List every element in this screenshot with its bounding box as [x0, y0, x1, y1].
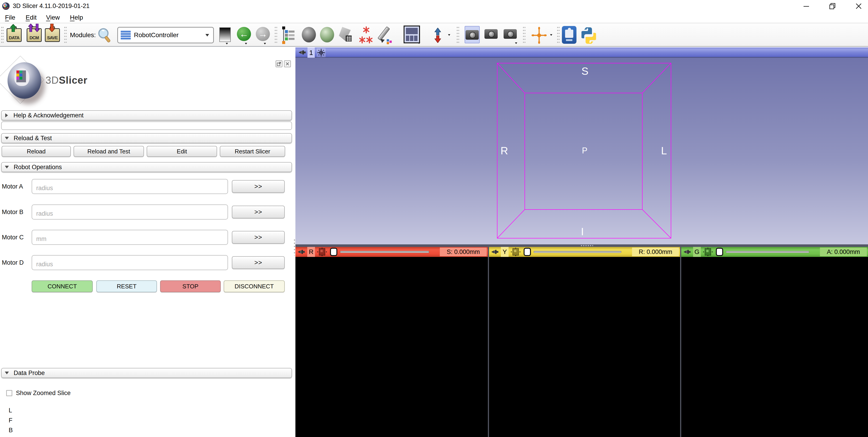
toolbar-grip[interactable] [557, 26, 560, 44]
toolbar-grip[interactable] [1, 26, 4, 44]
robot-operations-header[interactable]: Robot Operations [1, 162, 292, 172]
data-module-tree-icon[interactable] [282, 26, 295, 44]
motor-d-input[interactable] [32, 255, 228, 270]
logo-wordmark: 3DSlicer [45, 75, 88, 86]
stop-button[interactable]: STOP [160, 281, 221, 292]
pin-icon[interactable] [299, 50, 306, 55]
undock-panel-button[interactable] [276, 60, 282, 67]
markups-fiducial-icon[interactable] [360, 26, 374, 44]
back-dropdown-arrow[interactable] [245, 43, 247, 45]
pin-icon[interactable] [298, 250, 305, 254]
show-zoomed-slice-checkbox[interactable] [6, 390, 12, 396]
slice-splitter-1[interactable] [488, 247, 489, 437]
toolbar-grip[interactable] [64, 26, 67, 44]
view3d-tab[interactable]: 1 [308, 48, 315, 58]
crosshair-dropdown-arrow[interactable] [550, 34, 552, 36]
reload-test-header[interactable]: Reload & Test [1, 133, 292, 143]
splitter-handle-dots[interactable] [580, 245, 593, 246]
data-probe-header[interactable]: Data Probe [1, 368, 292, 378]
red-slice-viewport[interactable] [296, 257, 488, 437]
slice-offset-slider-handle[interactable] [330, 248, 337, 256]
slice-visibility-icon[interactable] [510, 248, 521, 256]
layout-top-pane [406, 28, 418, 34]
axis-label-posterior: P [582, 146, 587, 155]
module-selector-combobox[interactable]: RobotController [117, 27, 214, 43]
logo-slicer: Slicer [59, 75, 88, 86]
panel-splitter-handle[interactable] [293, 238, 296, 256]
toolbar-grip[interactable] [275, 26, 277, 44]
crosshair-button[interactable] [531, 26, 547, 44]
pin-icon[interactable] [683, 250, 691, 254]
scene-views-button[interactable] [485, 29, 498, 39]
view3d-crosshair-chip[interactable] [317, 48, 326, 57]
updown-dropdown-arrow[interactable] [448, 34, 450, 36]
extensions-manager-button[interactable] [562, 26, 577, 44]
slice-offset-slider[interactable] [340, 251, 429, 253]
slice-offset-slider[interactable] [726, 251, 809, 253]
connect-button[interactable]: CONNECT [32, 281, 93, 292]
red-down-arrow-icon [49, 24, 55, 32]
slice-visibility-icon[interactable] [703, 248, 713, 256]
menu-view[interactable]: View [44, 12, 62, 23]
dot-blue [387, 39, 389, 41]
volume-rendering-icon[interactable] [302, 27, 316, 42]
logo-tiles [17, 70, 26, 82]
pin-icon[interactable] [491, 250, 499, 254]
yellow-slice-viewport[interactable] [489, 257, 680, 437]
screenshot-updown-icon[interactable] [433, 28, 442, 43]
view3d-viewport[interactable]: S R P L I [296, 58, 868, 244]
disconnect-button[interactable]: DISCONNECT [224, 281, 285, 292]
slice-view-label[interactable]: R [307, 247, 315, 257]
slice-view-label[interactable]: G [693, 247, 701, 257]
slice-view-label[interactable]: Y [501, 247, 508, 257]
layout-dropdown-arrow[interactable] [418, 42, 420, 44]
motor-d-send-button[interactable]: >> [232, 256, 285, 269]
layout-selector-button[interactable] [404, 26, 420, 43]
reload-button[interactable]: Reload [2, 146, 71, 157]
toolbar-grip[interactable] [457, 26, 459, 44]
screen-capture-button[interactable] [465, 26, 480, 43]
slice-offset-slider-handle[interactable] [716, 248, 723, 256]
restore-button[interactable] [820, 0, 845, 12]
motor-b-send-button[interactable]: >> [232, 206, 285, 218]
edit-button[interactable]: Edit [147, 146, 217, 157]
help-acknowledgement-header[interactable]: Help & Acknowledgement [1, 110, 292, 120]
slice-splitter-2[interactable] [680, 247, 681, 437]
show-zoomed-slice-label: Show Zoomed Slice [16, 389, 71, 397]
menu-edit[interactable]: Edit [24, 12, 39, 23]
slicer-logo: 3DSlicer [2, 60, 104, 105]
green-up-arrow-icon [10, 24, 17, 32]
restart-slicer-button[interactable]: Restart Slicer [220, 146, 285, 157]
segmentation-icon[interactable] [320, 27, 334, 42]
python-console-button[interactable] [582, 26, 596, 45]
forward-dropdown-arrow[interactable] [264, 43, 266, 45]
motor-c-input[interactable] [32, 230, 228, 245]
motor-b-input[interactable] [32, 204, 228, 220]
module-forward-button[interactable]: → [256, 27, 270, 41]
slice-offset-slider[interactable] [534, 251, 621, 253]
reload-and-test-button[interactable]: Reload and Test [73, 146, 144, 157]
probe-layer-f: F [9, 417, 12, 424]
motor-a-send-button[interactable]: >> [232, 180, 285, 193]
motor-a-input[interactable] [32, 179, 228, 194]
reset-button[interactable]: RESET [96, 281, 157, 292]
slice-visibility-icon[interactable] [317, 248, 327, 256]
motor-c-send-button[interactable]: >> [232, 231, 285, 244]
toolbar-grip[interactable] [523, 26, 525, 44]
green-slice-viewport[interactable] [681, 257, 868, 437]
green-slice-controller: G A: 0.000mm [681, 247, 868, 257]
close-panel-button[interactable] [284, 60, 291, 67]
slice-offset-value: A: 0.000mm [820, 247, 867, 256]
menu-file[interactable]: File [3, 12, 18, 23]
module-search-icon[interactable] [97, 28, 112, 43]
slice-offset-slider-handle[interactable] [524, 248, 531, 256]
module-history-button[interactable] [219, 27, 231, 42]
history-dropdown-arrow[interactable] [226, 43, 228, 45]
undock-icon [277, 62, 281, 66]
module-back-button[interactable]: ← [237, 27, 251, 41]
minimize-button[interactable] [794, 0, 819, 12]
scene-views-restore-button[interactable] [503, 29, 517, 39]
sceneviews-dropdown-arrow[interactable] [515, 42, 517, 44]
menu-help[interactable]: Help [68, 12, 85, 23]
close-button[interactable] [846, 0, 868, 12]
